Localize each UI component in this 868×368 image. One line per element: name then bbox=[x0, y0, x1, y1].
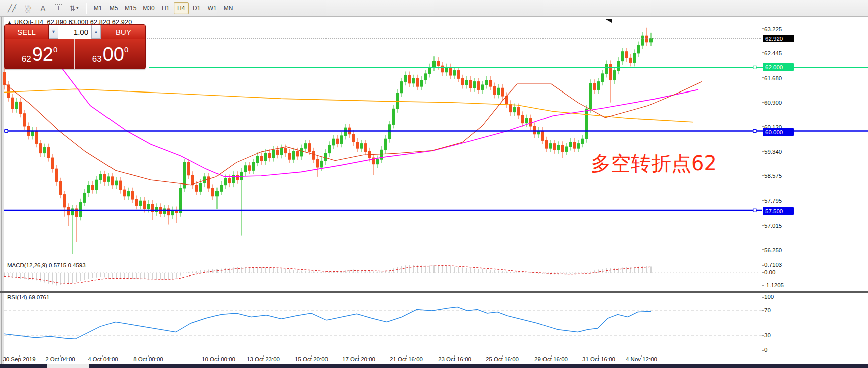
price-tick-57.795: 57.795 bbox=[764, 197, 799, 204]
macd-label: MACD(12,26,9) 0.5715 0.4593 bbox=[7, 262, 86, 268]
current-price-label: 62.920 bbox=[763, 35, 794, 42]
time-tick-label: 23 Oct 16:00 bbox=[438, 356, 471, 362]
timeframe-m30[interactable]: M30 bbox=[140, 2, 157, 14]
timeframe-mn[interactable]: MN bbox=[221, 2, 236, 14]
time-tick-label: 13 Oct 23:00 bbox=[247, 356, 280, 362]
volume-input[interactable] bbox=[58, 25, 91, 39]
mt4-window: { "toolbar": { "icons": [ {"name":"draw-… bbox=[0, 0, 868, 368]
time-tick-label: 2 Oct 04:00 bbox=[45, 356, 75, 362]
chart-text-annotation: 多空转折点62 bbox=[591, 150, 717, 177]
toolbar-icon-group: ╱╱E░FAT⇅▾ bbox=[5, 2, 83, 14]
price-tick-56.250: 56.250 bbox=[764, 246, 799, 254]
price-tick-59.340: 59.340 bbox=[764, 148, 799, 155]
price-tick-58.575: 58.575 bbox=[764, 172, 799, 179]
toolbar-separator bbox=[86, 3, 86, 14]
timeframe-h1[interactable]: H1 bbox=[158, 2, 173, 14]
buy-price-handle: 63 bbox=[92, 54, 102, 64]
timeframe-m15[interactable]: M15 bbox=[122, 2, 139, 14]
price-tick-63.225: 63.225 bbox=[764, 25, 799, 33]
volume-decrease-button[interactable]: ▼ bbox=[49, 25, 58, 39]
price-tick-57.015: 57.015 bbox=[764, 222, 799, 229]
grid-objects-icon[interactable]: ░F bbox=[21, 2, 34, 14]
buy-price-pip: 0 bbox=[124, 45, 128, 54]
time-tick-label: 8 Oct 00:00 bbox=[133, 356, 163, 362]
toolbar: ╱╱E░FAT⇅▾ M1M5M15M30H1H4D1W1MN bbox=[0, 0, 868, 17]
timeframe-h4[interactable]: H4 bbox=[174, 2, 189, 14]
arrows-tool-icon[interactable]: ⇅▾ bbox=[67, 2, 81, 14]
time-tick-label: 4 Oct 04:00 bbox=[88, 356, 118, 362]
sell-price-pip: 0 bbox=[53, 45, 57, 54]
timeframe-m1[interactable]: M1 bbox=[90, 2, 105, 14]
price-tick-62.445: 62.445 bbox=[764, 49, 799, 57]
time-tick-label: 17 Oct 20:00 bbox=[342, 356, 375, 362]
level-label-62.000: 62.000 bbox=[763, 63, 794, 71]
draw-objects-icon[interactable]: ╱╱E bbox=[5, 2, 19, 14]
scrollbar-segment-right[interactable] bbox=[89, 364, 868, 368]
timeframe-w1[interactable]: W1 bbox=[205, 2, 220, 14]
rsi-axis-30: 30 bbox=[764, 332, 771, 338]
price-tick-61.680: 61.680 bbox=[764, 74, 799, 82]
time-tick-label: 10 Oct 00:00 bbox=[202, 356, 235, 362]
volume-increase-button[interactable]: ▲ bbox=[91, 25, 101, 39]
rsi-axis-0: 0 bbox=[764, 347, 767, 353]
buy-button[interactable]: BUY bbox=[101, 25, 145, 39]
sell-button[interactable]: SELL bbox=[5, 25, 49, 39]
price-tick-60.900: 60.900 bbox=[764, 99, 799, 106]
timeframe-group: M1M5M15M30H1H4D1W1MN bbox=[90, 2, 236, 14]
macd-axis-0.00: 0.00 bbox=[764, 269, 775, 275]
scrollbar-segment-left[interactable] bbox=[0, 364, 47, 368]
level-label-57.500: 57.500 bbox=[763, 207, 794, 215]
time-tick-label: 4 Nov 12:00 bbox=[626, 356, 657, 362]
one-click-trading-panel: SELL ▼ ▲ BUY 62 92 0 63 00 0 bbox=[4, 24, 146, 69]
buy-price-main: 00 bbox=[103, 44, 124, 65]
timeframe-d1[interactable]: D1 bbox=[189, 2, 204, 14]
macd-axis--1.1205: -1.1205 bbox=[764, 282, 784, 288]
rsi-label: RSI(14) 69.0761 bbox=[7, 294, 49, 300]
volume-spinner: ▼ ▲ bbox=[49, 25, 101, 39]
text-tool-icon[interactable]: A bbox=[36, 2, 50, 14]
timeframe-m5[interactable]: M5 bbox=[106, 2, 121, 14]
label-tool-icon[interactable]: T bbox=[52, 2, 65, 14]
time-tick-label: 30 Sep 2019 bbox=[3, 356, 35, 362]
sell-price-handle: 62 bbox=[22, 54, 31, 64]
macd-axis-0.7103: 0.7103 bbox=[764, 262, 782, 268]
level-label-60.000: 60.000 bbox=[763, 128, 794, 136]
rsi-axis-70: 70 bbox=[764, 307, 771, 313]
time-tick-label: 29 Oct 16:00 bbox=[534, 356, 568, 362]
sell-price-display[interactable]: 62 92 0 bbox=[5, 39, 75, 69]
buy-price-display[interactable]: 63 00 0 bbox=[75, 39, 145, 69]
time-tick-label: 25 Oct 16:00 bbox=[486, 356, 519, 362]
time-tick-label: 31 Oct 16:00 bbox=[582, 356, 615, 362]
rsi-axis-100: 100 bbox=[764, 294, 774, 300]
sell-price-main: 92 bbox=[32, 44, 53, 65]
time-tick-label: 21 Oct 16:00 bbox=[390, 356, 423, 362]
window-left-gutter bbox=[0, 17, 4, 364]
horizontal-scrollbar[interactable] bbox=[0, 364, 868, 368]
time-tick-label: 15 Oct 20:00 bbox=[295, 356, 328, 362]
